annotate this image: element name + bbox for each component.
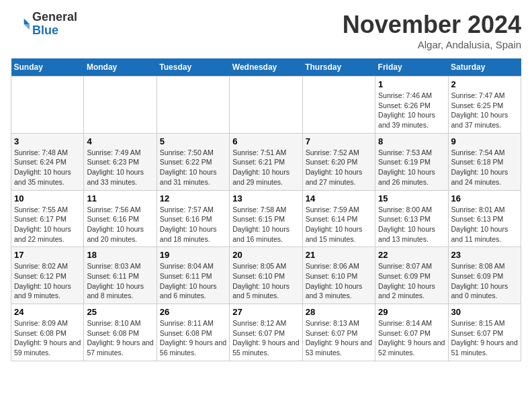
calendar-cell: 28Sunrise: 8:13 AM Sunset: 6:07 PM Dayli… — [302, 304, 375, 361]
day-number: 3 — [14, 136, 81, 146]
calendar-cell: 20Sunrise: 8:05 AM Sunset: 6:10 PM Dayli… — [230, 247, 302, 304]
calendar-cell: 15Sunrise: 8:00 AM Sunset: 6:13 PM Dayli… — [375, 190, 448, 247]
calendar-cell — [302, 77, 375, 134]
day-number: 18 — [87, 250, 153, 260]
day-number: 27 — [232, 307, 299, 317]
logo-icon — [11, 15, 30, 34]
calendar-cell: 17Sunrise: 8:02 AM Sunset: 6:12 PM Dayli… — [11, 247, 84, 304]
day-number: 21 — [306, 250, 372, 260]
day-info: Sunrise: 7:47 AM Sunset: 6:25 PM Dayligh… — [451, 91, 518, 130]
day-info: Sunrise: 7:54 AM Sunset: 6:18 PM Dayligh… — [451, 148, 518, 187]
day-number: 30 — [451, 307, 518, 317]
day-number: 22 — [378, 250, 445, 260]
day-info: Sunrise: 7:48 AM Sunset: 6:24 PM Dayligh… — [14, 148, 81, 187]
calendar-cell: 12Sunrise: 7:57 AM Sunset: 6:16 PM Dayli… — [157, 190, 229, 247]
day-info: Sunrise: 8:02 AM Sunset: 6:12 PM Dayligh… — [14, 261, 81, 301]
day-info: Sunrise: 7:46 AM Sunset: 6:26 PM Dayligh… — [378, 91, 445, 130]
day-number: 12 — [160, 193, 226, 203]
calendar-cell: 25Sunrise: 8:10 AM Sunset: 6:08 PM Dayli… — [84, 304, 157, 361]
day-info: Sunrise: 8:13 AM Sunset: 6:07 PM Dayligh… — [306, 318, 372, 358]
day-number: 10 — [14, 193, 81, 203]
logo: General Blue — [11, 11, 77, 38]
day-number: 8 — [378, 136, 445, 146]
day-info: Sunrise: 8:12 AM Sunset: 6:07 PM Dayligh… — [232, 318, 299, 358]
day-info: Sunrise: 7:50 AM Sunset: 6:22 PM Dayligh… — [160, 148, 226, 187]
day-number: 19 — [160, 250, 226, 260]
title-block: November 2024 Algar, Andalusia, Spain — [343, 11, 521, 50]
day-number: 7 — [306, 136, 372, 146]
day-number: 24 — [14, 307, 81, 317]
calendar-cell: 9Sunrise: 7:54 AM Sunset: 6:18 PM Daylig… — [448, 133, 521, 190]
calendar-cell: 16Sunrise: 8:01 AM Sunset: 6:13 PM Dayli… — [448, 190, 521, 247]
day-number: 2 — [451, 79, 518, 89]
weekday-header: Monday — [84, 58, 157, 77]
day-info: Sunrise: 8:03 AM Sunset: 6:11 PM Dayligh… — [87, 261, 153, 301]
calendar-week-row: 24Sunrise: 8:09 AM Sunset: 6:08 PM Dayli… — [11, 304, 521, 361]
month-title: November 2024 — [343, 11, 521, 39]
day-number: 13 — [232, 193, 299, 203]
calendar-cell — [84, 77, 157, 134]
day-number: 1 — [378, 79, 445, 89]
day-info: Sunrise: 7:59 AM Sunset: 6:14 PM Dayligh… — [306, 205, 372, 244]
day-info: Sunrise: 8:08 AM Sunset: 6:09 PM Dayligh… — [451, 261, 518, 301]
svg-marker-1 — [24, 24, 30, 30]
calendar-cell: 21Sunrise: 8:06 AM Sunset: 6:10 PM Dayli… — [302, 247, 375, 304]
calendar-cell: 22Sunrise: 8:07 AM Sunset: 6:09 PM Dayli… — [375, 247, 448, 304]
location: Algar, Andalusia, Spain — [343, 39, 521, 50]
calendar-cell: 19Sunrise: 8:04 AM Sunset: 6:11 PM Dayli… — [157, 247, 229, 304]
calendar-cell: 4Sunrise: 7:49 AM Sunset: 6:23 PM Daylig… — [84, 133, 157, 190]
day-number: 15 — [378, 193, 445, 203]
day-info: Sunrise: 7:49 AM Sunset: 6:23 PM Dayligh… — [87, 148, 153, 187]
day-info: Sunrise: 7:52 AM Sunset: 6:20 PM Dayligh… — [306, 148, 372, 187]
day-info: Sunrise: 7:55 AM Sunset: 6:17 PM Dayligh… — [14, 205, 81, 244]
calendar-cell: 7Sunrise: 7:52 AM Sunset: 6:20 PM Daylig… — [302, 133, 375, 190]
calendar-cell: 29Sunrise: 8:14 AM Sunset: 6:07 PM Dayli… — [375, 304, 448, 361]
calendar-cell: 30Sunrise: 8:15 AM Sunset: 6:07 PM Dayli… — [448, 304, 521, 361]
logo-text: General Blue — [32, 11, 77, 38]
day-info: Sunrise: 8:06 AM Sunset: 6:10 PM Dayligh… — [306, 261, 372, 301]
calendar-cell: 11Sunrise: 7:56 AM Sunset: 6:16 PM Dayli… — [84, 190, 157, 247]
day-number: 6 — [232, 136, 299, 146]
day-number: 28 — [306, 307, 372, 317]
calendar-cell — [11, 77, 84, 134]
calendar-week-row: 17Sunrise: 8:02 AM Sunset: 6:12 PM Dayli… — [11, 247, 521, 304]
weekday-header: Thursday — [302, 58, 375, 77]
calendar-cell: 27Sunrise: 8:12 AM Sunset: 6:07 PM Dayli… — [230, 304, 302, 361]
day-info: Sunrise: 8:10 AM Sunset: 6:08 PM Dayligh… — [87, 318, 153, 358]
day-number: 29 — [378, 307, 445, 317]
day-info: Sunrise: 8:11 AM Sunset: 6:08 PM Dayligh… — [160, 318, 226, 358]
day-info: Sunrise: 7:56 AM Sunset: 6:16 PM Dayligh… — [87, 205, 153, 244]
calendar-cell: 2Sunrise: 7:47 AM Sunset: 6:25 PM Daylig… — [448, 77, 521, 134]
svg-marker-0 — [24, 18, 30, 24]
day-info: Sunrise: 8:05 AM Sunset: 6:10 PM Dayligh… — [232, 261, 299, 301]
day-info: Sunrise: 8:07 AM Sunset: 6:09 PM Dayligh… — [378, 261, 445, 301]
day-number: 11 — [87, 193, 153, 203]
day-info: Sunrise: 7:58 AM Sunset: 6:15 PM Dayligh… — [232, 205, 299, 244]
calendar-week-row: 1Sunrise: 7:46 AM Sunset: 6:26 PM Daylig… — [11, 77, 521, 134]
day-info: Sunrise: 8:15 AM Sunset: 6:07 PM Dayligh… — [451, 318, 518, 358]
weekday-header: Saturday — [448, 58, 521, 77]
weekday-header: Friday — [375, 58, 448, 77]
calendar-cell: 23Sunrise: 8:08 AM Sunset: 6:09 PM Dayli… — [448, 247, 521, 304]
weekday-header: Wednesday — [230, 58, 302, 77]
day-number: 17 — [14, 250, 81, 260]
day-number: 5 — [160, 136, 226, 146]
calendar-cell: 26Sunrise: 8:11 AM Sunset: 6:08 PM Dayli… — [157, 304, 229, 361]
day-info: Sunrise: 7:51 AM Sunset: 6:21 PM Dayligh… — [232, 148, 299, 187]
weekday-header-row: SundayMondayTuesdayWednesdayThursdayFrid… — [11, 58, 521, 77]
weekday-header: Sunday — [11, 58, 84, 77]
day-number: 14 — [306, 193, 372, 203]
calendar-cell: 8Sunrise: 7:53 AM Sunset: 6:19 PM Daylig… — [375, 133, 448, 190]
day-number: 4 — [87, 136, 153, 146]
day-number: 20 — [232, 250, 299, 260]
calendar-cell: 10Sunrise: 7:55 AM Sunset: 6:17 PM Dayli… — [11, 190, 84, 247]
day-number: 26 — [160, 307, 226, 317]
calendar-cell: 18Sunrise: 8:03 AM Sunset: 6:11 PM Dayli… — [84, 247, 157, 304]
day-info: Sunrise: 8:09 AM Sunset: 6:08 PM Dayligh… — [14, 318, 81, 358]
calendar-table: SundayMondayTuesdayWednesdayThursdayFrid… — [11, 58, 521, 361]
calendar-cell — [157, 77, 229, 134]
day-info: Sunrise: 8:14 AM Sunset: 6:07 PM Dayligh… — [378, 318, 445, 358]
calendar-cell: 5Sunrise: 7:50 AM Sunset: 6:22 PM Daylig… — [157, 133, 229, 190]
calendar-cell: 24Sunrise: 8:09 AM Sunset: 6:08 PM Dayli… — [11, 304, 84, 361]
calendar-cell: 6Sunrise: 7:51 AM Sunset: 6:21 PM Daylig… — [230, 133, 302, 190]
